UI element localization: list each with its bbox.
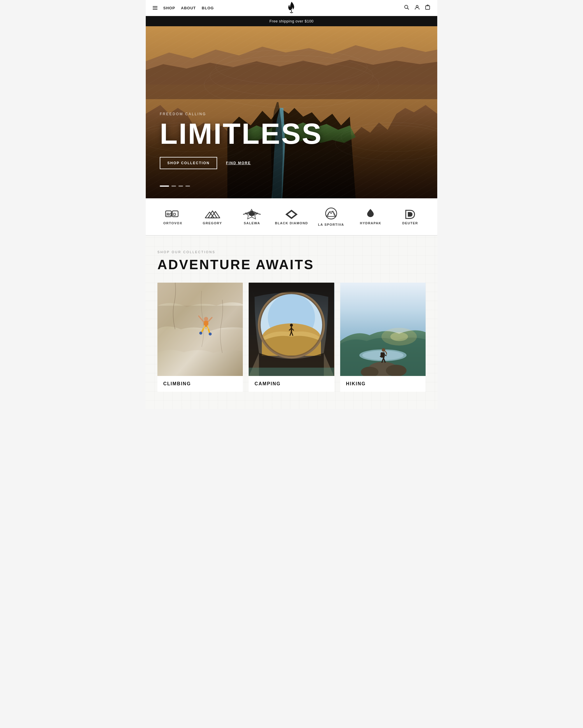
brand-gregory[interactable]: GREGORY [194,209,231,225]
hero-dot-4[interactable] [186,185,190,187]
hiking-card-label: HIKING [340,376,425,392]
brand-black-diamond[interactable]: Black Diamond [273,209,310,225]
collections-title: ADVENTURE AWAITS [158,257,425,272]
svg-point-32 [209,333,212,335]
svg-text:RO: RO [166,212,172,217]
hiking-card-image [340,283,425,376]
gregory-logo-icon [202,209,223,220]
collection-card-hiking[interactable]: HIKING [340,283,425,392]
search-button[interactable] [404,5,409,11]
announcement-text: Free shipping over $100 [269,19,314,23]
deuter-logo: deuter [402,209,418,225]
find-more-button[interactable]: FIND MORE [226,161,251,165]
shop-collection-button[interactable]: SHOP COLLECTION [160,157,217,169]
hero-dot-2[interactable] [171,185,176,187]
collections-grid: CLIMBING [158,283,425,392]
navbar: SHOP ABOUT BLOG [146,0,437,16]
cart-icon [425,5,430,10]
salewa-logo: SALEWA [242,209,262,225]
svg-point-52 [386,365,406,376]
collections-section: SHOP OUR COLLECTIONS ADVENTURE AWAITS [146,236,437,409]
nav-logo[interactable] [286,1,297,15]
hero-dot-3[interactable] [178,185,183,187]
hero-section: FREEDOM CALLING LIMITLESS SHOP COLLECTIO… [146,26,437,198]
brand-hydrapak[interactable]: HydraPak [353,209,389,225]
hero-buttons: SHOP COLLECTION FIND MORE [160,157,323,169]
climbing-card-image [158,283,243,376]
brands-section: RO D ORTOVOX GREGORY [146,198,437,235]
brand-salewa[interactable]: SALEWA [233,209,270,225]
svg-point-38 [290,324,293,327]
svg-point-3 [416,5,418,7]
nav-blog-link[interactable]: BLOG [202,6,214,10]
nav-shop-link[interactable]: SHOP [163,6,175,10]
la-sportiva-logo-icon [320,207,343,222]
ortovox-logo-icon: RO D [164,209,182,220]
svg-rect-46 [249,367,334,376]
climbing-image-svg [158,283,243,376]
nav-about-link[interactable]: ABOUT [181,6,196,10]
svg-text:D: D [173,212,176,217]
black-diamond-brand-name: Black Diamond [275,222,308,225]
deuter-brand-name: deuter [402,222,418,225]
hydrapak-logo: HydraPak [360,209,382,225]
gregory-brand-name: GREGORY [202,222,222,225]
la-sportiva-logo: LA SPORTIVA [318,207,344,226]
nav-left: SHOP ABOUT BLOG [153,6,214,10]
announcement-bar: Free shipping over $100 [146,16,437,26]
search-icon [404,5,409,10]
hero-dots [160,185,190,187]
nav-right [404,5,430,11]
collection-card-climbing[interactable]: CLIMBING [158,283,243,392]
camping-card-image [249,283,334,376]
salewa-brand-name: SALEWA [244,222,260,225]
climbing-card-label: CLIMBING [158,376,243,392]
cart-button[interactable] [425,5,430,11]
hero-title: LIMITLESS [160,119,323,148]
deuter-logo-icon [403,209,417,220]
black-diamond-logo: Black Diamond [275,209,308,225]
svg-point-61 [390,332,408,341]
hiking-image-svg [340,283,425,376]
gregory-logo: GREGORY [202,209,223,225]
svg-rect-4 [425,6,430,9]
svg-line-2 [408,8,409,9]
account-button[interactable] [415,5,420,11]
svg-point-26 [204,317,208,321]
camping-card-label: CAMPING [249,376,334,392]
salewa-logo-icon [242,209,262,220]
hamburger-menu-icon[interactable] [153,6,158,10]
svg-marker-20 [211,211,220,218]
collection-card-camping[interactable]: CAMPING [249,283,334,392]
hero-subtitle: FREEDOM CALLING [160,112,323,116]
brand-ortovox[interactable]: RO D ORTOVOX [155,209,191,225]
camping-image-svg [249,283,334,376]
logo-icon [286,1,297,14]
hydrapak-logo-icon [363,209,378,220]
hero-dot-1[interactable] [160,185,169,187]
brands-row: RO D ORTOVOX GREGORY [155,207,428,226]
brand-la-sportiva[interactable]: LA SPORTIVA [313,207,350,226]
ortovox-logo: RO D ORTOVOX [163,209,182,225]
hydrapak-brand-name: HydraPak [360,222,382,225]
brand-deuter[interactable]: deuter [392,209,428,225]
la-sportiva-brand-name: LA SPORTIVA [318,223,344,226]
ortovox-brand-name: ORTOVOX [163,222,182,225]
hero-content: FREEDOM CALLING LIMITLESS SHOP COLLECTIO… [160,112,323,169]
collections-label: SHOP OUR COLLECTIONS [158,250,425,254]
black-diamond-logo-icon [284,209,299,220]
account-icon [415,5,420,10]
svg-point-31 [199,332,202,335]
